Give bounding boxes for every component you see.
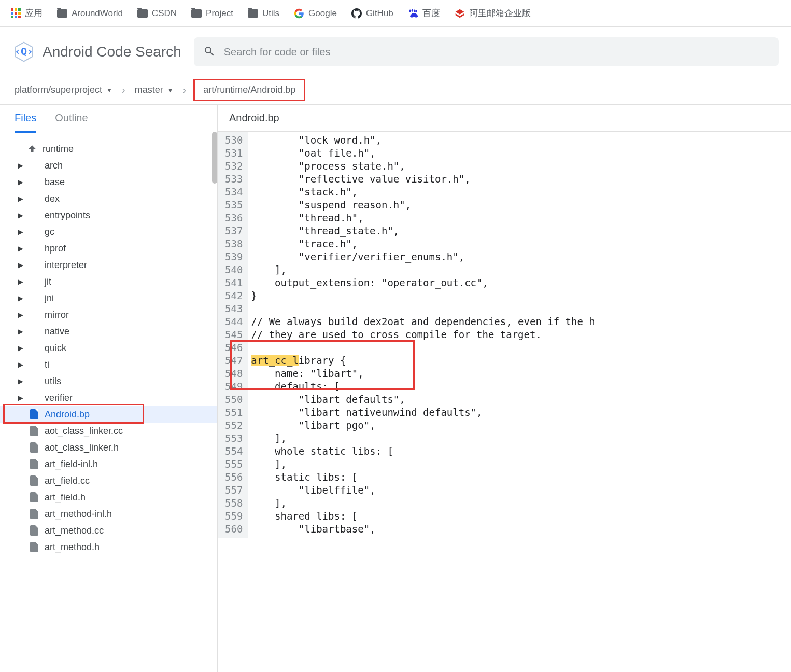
bookmark-label: CSDN	[152, 8, 177, 19]
file-icon	[29, 475, 39, 486]
google-icon	[294, 8, 304, 19]
chevron-down-icon: ▼	[167, 87, 174, 94]
crumb-label: master	[135, 85, 163, 95]
crumb-label: platform/superproject	[15, 85, 102, 95]
blank-icon	[29, 293, 39, 303]
tree-label: aot_class_linker.cc	[45, 426, 123, 437]
bookmark-apps[interactable]: 应用	[10, 7, 43, 19]
tree-label: quick	[45, 343, 66, 354]
tree-row[interactable]: ▶ art_field-inl.h	[0, 456, 217, 472]
tree-label: art_field.h	[45, 492, 86, 503]
blank-icon	[29, 210, 39, 220]
bookmark-label: Project	[206, 8, 233, 19]
crumb-project[interactable]: platform/superproject ▼	[12, 81, 115, 99]
tree-row[interactable]: ▶ runtime	[0, 141, 217, 157]
blank-icon	[29, 376, 39, 386]
svg-text:‹Q›: ‹Q›	[15, 45, 33, 58]
tree-row[interactable]: ▶ mirror	[0, 306, 217, 323]
tree-arrow-icon: ▶	[17, 377, 24, 385]
bookmark-baidu[interactable]: 百度	[408, 7, 440, 19]
tree-label: art_method.cc	[45, 525, 104, 536]
bookmark-folder[interactable]: Utils	[248, 8, 279, 19]
tree-arrow-icon: ▶	[17, 344, 24, 352]
tree-row[interactable]: ▶ art_method.h	[0, 539, 217, 555]
bookmark-folder[interactable]: Project	[191, 8, 233, 19]
folder-icon	[248, 8, 258, 19]
tree-row[interactable]: ▶ art_method-inl.h	[0, 506, 217, 522]
code-view: Android.bp 53053153253353453553653753853…	[218, 105, 791, 672]
file-tree[interactable]: ▶ runtime ▶ arch ▶ base ▶ dex ▶ entrypoi…	[0, 133, 217, 563]
crumb-label: art/runtime/Android.bp	[203, 85, 295, 95]
tree-row[interactable]: ▶ dex	[0, 190, 217, 207]
tree-row[interactable]: ▶ ti	[0, 356, 217, 373]
tree-row[interactable]: ▶ aot_class_linker.h	[0, 439, 217, 456]
bookmark-github[interactable]: GitHub	[351, 8, 393, 19]
tree-label: entrypoints	[45, 210, 90, 221]
folder-up-icon	[27, 144, 37, 154]
baidu-icon	[408, 8, 418, 19]
file-icon	[29, 492, 39, 502]
tree-row[interactable]: ▶ utils	[0, 373, 217, 389]
tree-row[interactable]: ▶ art_method.cc	[0, 522, 217, 539]
tree-arrow-icon: ▶	[17, 194, 24, 203]
scrollbar-thumb[interactable]	[212, 132, 217, 184]
tree-label: Android.bp	[45, 409, 90, 420]
tree-label: aot_class_linker.h	[45, 442, 119, 453]
tree-row[interactable]: ▶ hprof	[0, 240, 217, 257]
tree-label: dex	[45, 193, 60, 204]
crumb-branch[interactable]: master ▼	[133, 81, 176, 99]
bookmark-label: GitHub	[366, 8, 393, 19]
blank-icon	[29, 276, 39, 287]
blank-icon	[29, 160, 39, 171]
bookmark-alimail[interactable]: 阿里邮箱企业版	[455, 7, 531, 19]
tree-row[interactable]: ▶ base	[0, 174, 217, 190]
file-icon	[29, 426, 39, 436]
blank-icon	[29, 343, 39, 353]
tree-row[interactable]: ▶ native	[0, 323, 217, 340]
line-gutter: 5305315325335345355365375385395405415425…	[218, 132, 248, 538]
blank-icon	[29, 393, 39, 403]
tree-arrow-icon: ▶	[17, 394, 24, 402]
side-tabs: Files Outline	[0, 105, 217, 133]
logo[interactable]: ‹Q› Android Code Search	[12, 40, 181, 63]
tree-arrow-icon: ▶	[17, 294, 24, 302]
file-name: Android.bp	[218, 105, 791, 132]
app-title: Android Code Search	[43, 44, 181, 60]
main: Files Outline ▶ runtime ▶ arch ▶ base ▶ …	[0, 105, 791, 672]
tree-row[interactable]: ▶ entrypoints	[0, 207, 217, 223]
search-bar[interactable]	[194, 37, 779, 66]
tree-label: hprof	[45, 243, 66, 254]
tree-label: runtime	[43, 144, 74, 155]
bookmark-label: 应用	[25, 7, 43, 19]
bookmark-folder[interactable]: AroundWorld	[57, 8, 123, 19]
tree-row[interactable]: ▶ interpreter	[0, 257, 217, 273]
tab-files[interactable]: Files	[15, 112, 36, 133]
crumb-path[interactable]: art/runtime/Android.bp	[193, 79, 305, 101]
tree-row[interactable]: ▶ jni	[0, 290, 217, 306]
tab-outline[interactable]: Outline	[55, 112, 88, 133]
tree-row[interactable]: ▶ art_field.h	[0, 489, 217, 506]
search-input[interactable]	[224, 46, 769, 58]
apps-icon	[10, 8, 21, 19]
blank-icon	[29, 260, 39, 270]
code-lines[interactable]: "lock_word.h", "oat_file.h", "process_st…	[248, 132, 595, 538]
blank-icon	[29, 227, 39, 237]
tree-arrow-icon: ▶	[17, 261, 24, 269]
tree-row[interactable]: ▶ gc	[0, 223, 217, 240]
blank-icon	[29, 310, 39, 320]
bookmark-google[interactable]: Google	[294, 8, 337, 19]
tree-row[interactable]: ▶ aot_class_linker.cc	[0, 423, 217, 439]
tree-row[interactable]: ▶ quick	[0, 340, 217, 356]
tree-row[interactable]: ▶ Android.bp	[0, 406, 217, 423]
tree-row[interactable]: ▶ arch	[0, 157, 217, 174]
alimail-icon	[455, 8, 465, 19]
tree-row[interactable]: ▶ verifier	[0, 389, 217, 406]
file-icon	[29, 459, 39, 469]
tree-row[interactable]: ▶ art_field.cc	[0, 472, 217, 489]
bookmark-folder[interactable]: CSDN	[137, 8, 177, 19]
tree-row[interactable]: ▶ jit	[0, 273, 217, 290]
blank-icon	[29, 243, 39, 254]
folder-icon	[191, 8, 202, 19]
tree-label: art_field.cc	[45, 475, 90, 486]
code-body[interactable]: 5305315325335345355365375385395405415425…	[218, 132, 791, 538]
